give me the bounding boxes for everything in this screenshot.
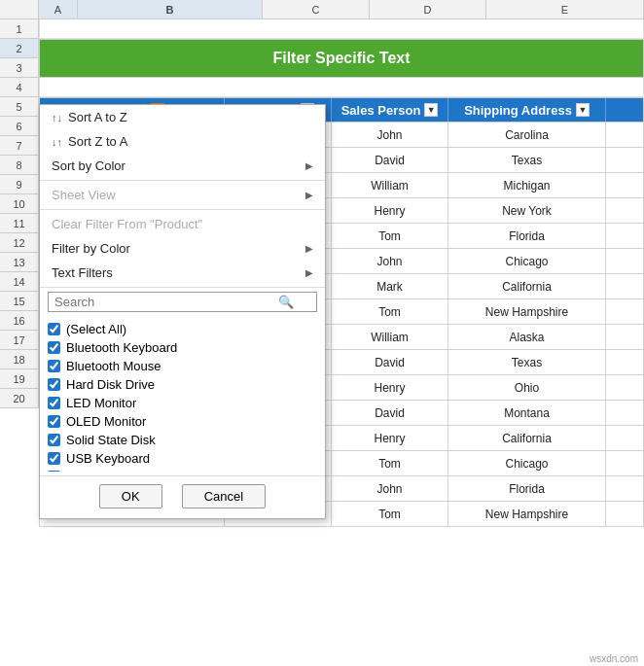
checkbox-label-2: Bluetooth Mouse — [66, 359, 161, 373]
checkbox-label-3: Hard Disk Drive — [66, 377, 155, 392]
menu-clear-filter: Clear Filter From "Product" — [40, 212, 325, 236]
search-input[interactable] — [54, 295, 278, 309]
row-num-16: 16 — [0, 311, 39, 331]
cancel-button[interactable]: Cancel — [182, 484, 266, 508]
checkbox-2[interactable] — [48, 360, 60, 372]
checkbox-0[interactable] — [48, 323, 60, 335]
checkbox-8[interactable] — [48, 471, 60, 472]
row-num-1: 1 — [0, 19, 39, 39]
checkbox-label-4: LED Monitor — [66, 396, 136, 410]
row-3 — [39, 78, 644, 97]
row-num-13: 13 — [0, 253, 39, 272]
row-num-17: 17 — [0, 331, 39, 350]
watermark: wsxdn.com — [590, 653, 638, 664]
cell-address-6: California — [448, 274, 606, 298]
row-num-19: 19 — [0, 369, 39, 389]
checkbox-label-6: Solid State Disk — [66, 433, 156, 447]
checkbox-item-1[interactable]: Bluetooth Keyboard — [48, 338, 317, 357]
spreadsheet: A B C D E 123456789101112131415161718192… — [0, 0, 644, 666]
cell-address-1: Texas — [448, 148, 606, 172]
cell-address-5: Chicago — [448, 249, 606, 273]
checkbox-1[interactable] — [48, 341, 60, 354]
cell-address-0: Carolina — [448, 123, 606, 147]
checkbox-item-4[interactable]: LED Monitor — [48, 394, 317, 412]
checkbox-item-7[interactable]: USB Keyboard — [48, 449, 317, 468]
row-num-8: 8 — [0, 156, 39, 175]
checkbox-label-1: Bluetooth Keyboard — [66, 340, 177, 355]
row-num-14: 14 — [0, 272, 39, 292]
divider-3 — [40, 287, 325, 288]
row-num-15: 15 — [0, 292, 39, 311]
filter-button-address[interactable]: ▼ — [576, 103, 590, 117]
row-num-10: 10 — [0, 194, 39, 214]
checkbox-item-8[interactable]: USB Mouse — [48, 468, 317, 472]
col-header-c: C — [263, 0, 370, 18]
row-num-12: 12 — [0, 233, 39, 253]
checkbox-label-0: (Select All) — [66, 322, 126, 336]
menu-sheet-view: Sheet View ▶ — [40, 183, 325, 207]
row-1 — [39, 19, 644, 39]
checkbox-6[interactable] — [48, 434, 60, 446]
row-num-3: 3 — [0, 58, 39, 78]
cell-salesperson-9: David — [332, 350, 448, 374]
checkbox-3[interactable] — [48, 378, 60, 391]
checkbox-4[interactable] — [48, 397, 60, 409]
cell-salesperson-5: John — [332, 249, 448, 273]
cell-salesperson-8: William — [332, 325, 448, 349]
cell-salesperson-15: Tom — [332, 502, 448, 526]
cell-salesperson-14: John — [332, 476, 448, 501]
checkbox-item-2[interactable]: Bluetooth Mouse — [48, 357, 317, 375]
dialog-buttons: OK Cancel — [40, 475, 325, 518]
checkbox-item-3[interactable]: Hard Disk Drive — [48, 375, 317, 394]
arrow-icon-filter-color: ▶ — [305, 243, 313, 254]
header-salesperson: Sales Person ▼ — [332, 98, 448, 122]
dropdown-menu: ↑↓Sort A to Z ↓↑Sort Z to A Sort by Colo… — [39, 104, 326, 519]
ok-button[interactable]: OK — [99, 484, 162, 508]
menu-sort-by-color[interactable]: Sort by Color ▶ — [40, 154, 325, 178]
arrow-icon-sort-color: ▶ — [305, 160, 313, 171]
filter-button-salesperson[interactable]: ▼ — [424, 103, 438, 117]
cell-address-4: Florida — [448, 224, 606, 248]
row-num-20: 20 — [0, 389, 39, 408]
cell-address-10: Ohio — [448, 375, 606, 400]
row-num-4: 4 — [0, 78, 39, 97]
cell-address-7: New Hampshire — [448, 299, 606, 324]
checkbox-label-7: USB Keyboard — [66, 451, 150, 466]
menu-filter-by-color[interactable]: Filter by Color ▶ — [40, 236, 325, 261]
row-num-9: 9 — [0, 175, 39, 194]
checkbox-item-5[interactable]: OLED Monitor — [48, 412, 317, 431]
menu-sort-az[interactable]: ↑↓Sort A to Z — [40, 105, 325, 129]
arrow-icon-text-filters: ▶ — [305, 267, 313, 278]
col-header-a: A — [39, 0, 78, 18]
page-title: Filter Specific Text — [272, 50, 410, 67]
menu-sort-za[interactable]: ↓↑Sort Z to A — [40, 129, 325, 154]
cell-salesperson-12: Henry — [332, 426, 448, 450]
menu-text-filters[interactable]: Text Filters ▶ — [40, 261, 325, 285]
search-box[interactable]: 🔍 — [48, 292, 317, 312]
title-row: Filter Specific Text — [39, 39, 644, 78]
checkbox-item-0[interactable]: (Select All) — [48, 320, 317, 338]
cell-address-2: Michigan — [448, 173, 606, 197]
cell-salesperson-1: David — [332, 148, 448, 172]
cell-salesperson-0: John — [332, 123, 448, 147]
row-numbers: 1234567891011121314151617181920 — [0, 19, 39, 408]
checkbox-item-6[interactable]: Solid State Disk — [48, 431, 317, 449]
col-header-b: B — [78, 0, 263, 18]
cell-address-14: Florida — [448, 476, 606, 501]
cell-address-11: Montana — [448, 401, 606, 425]
cell-salesperson-3: Henry — [332, 198, 448, 223]
row-num-7: 7 — [0, 136, 39, 156]
divider-1 — [40, 180, 325, 181]
cell-salesperson-11: David — [332, 401, 448, 425]
col-header-corner — [0, 0, 39, 18]
cell-address-8: Alaska — [448, 325, 606, 349]
checkbox-label-8: USB Mouse — [66, 470, 133, 472]
checkbox-5[interactable] — [48, 415, 60, 428]
col-header-e: E — [486, 0, 644, 18]
cell-address-9: Texas — [448, 350, 606, 374]
row-num-11: 11 — [0, 214, 39, 233]
row-num-2: 2 — [0, 39, 39, 58]
cell-salesperson-4: Tom — [332, 224, 448, 248]
checkbox-7[interactable] — [48, 452, 60, 465]
cell-salesperson-2: William — [332, 173, 448, 197]
